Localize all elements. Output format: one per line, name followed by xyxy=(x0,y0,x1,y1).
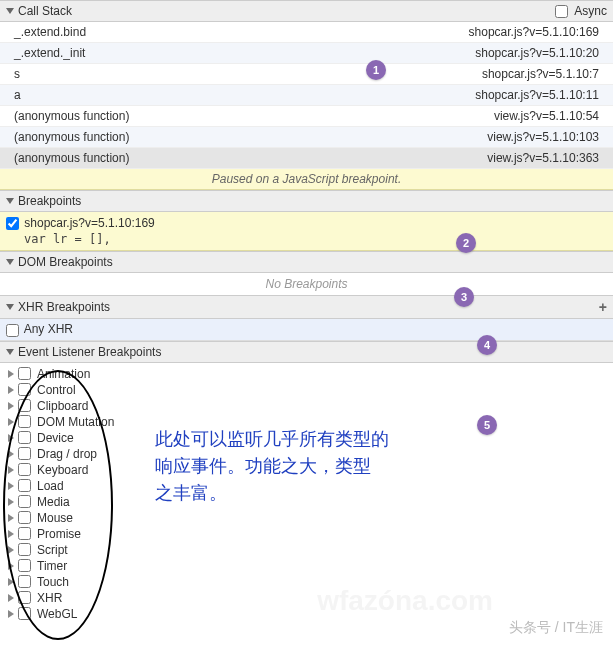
stack-frame-location: shopcar.js?v=5.1.10:169 xyxy=(469,25,599,39)
event-category[interactable]: Script xyxy=(0,542,613,558)
xhr-breakpoints-header[interactable]: XHR Breakpoints + xyxy=(0,295,613,319)
event-category-checkbox[interactable] xyxy=(18,575,31,588)
event-category-checkbox[interactable] xyxy=(18,559,31,572)
event-category-label: Control xyxy=(37,383,76,397)
annotation-bullet-3: 3 xyxy=(454,287,474,307)
event-category-checkbox[interactable] xyxy=(18,383,31,396)
event-category-checkbox[interactable] xyxy=(18,479,31,492)
breakpoints-header[interactable]: Breakpoints xyxy=(0,190,613,212)
event-category-label: XHR xyxy=(37,591,62,605)
breakpoint-item[interactable]: shopcar.js?v=5.1.10:169 var lr = [], xyxy=(0,212,613,251)
async-label: Async xyxy=(574,4,607,18)
dom-breakpoints-empty: No Breakpoints xyxy=(0,273,613,295)
event-category-label: Load xyxy=(37,479,64,493)
stack-frame-location: shopcar.js?v=5.1.10:7 xyxy=(482,67,599,81)
stack-frame-function: _.extend._init xyxy=(14,46,475,60)
stack-frame[interactable]: (anonymous function)view.js?v=5.1.10:103 xyxy=(0,127,613,148)
chevron-right-icon xyxy=(8,482,14,490)
stack-frame[interactable]: ashopcar.js?v=5.1.10:11 xyxy=(0,85,613,106)
event-category-checkbox[interactable] xyxy=(18,527,31,540)
annotation-text: 此处可以监听几乎所有类型的 响应事件。功能之大，类型 之丰富。 xyxy=(155,426,389,507)
event-category[interactable]: Clipboard xyxy=(0,398,613,414)
chevron-right-icon xyxy=(8,466,14,474)
event-category-label: Animation xyxy=(37,367,90,381)
event-listener-breakpoints-header[interactable]: Event Listener Breakpoints xyxy=(0,341,613,363)
event-category-label: Keyboard xyxy=(37,463,88,477)
any-xhr-checkbox[interactable] xyxy=(6,324,19,337)
chevron-right-icon xyxy=(8,546,14,554)
event-category-checkbox[interactable] xyxy=(18,591,31,604)
stack-frame-function: a xyxy=(14,88,475,102)
call-stack-title: Call Stack xyxy=(18,4,72,18)
chevron-right-icon xyxy=(8,578,14,586)
call-stack-header[interactable]: Call Stack Async xyxy=(0,0,613,22)
event-category-label: Mouse xyxy=(37,511,73,525)
annotation-bullet-5: 5 xyxy=(477,415,497,435)
event-category-checkbox[interactable] xyxy=(18,607,31,620)
dom-breakpoints-header[interactable]: DOM Breakpoints xyxy=(0,251,613,273)
breakpoint-file: shopcar.js?v=5.1.10:169 xyxy=(24,216,154,230)
event-category-checkbox[interactable] xyxy=(18,463,31,476)
chevron-down-icon xyxy=(6,304,14,310)
stack-frame-location: shopcar.js?v=5.1.10:20 xyxy=(475,46,599,60)
event-category-checkbox[interactable] xyxy=(18,447,31,460)
chevron-right-icon xyxy=(8,530,14,538)
stack-frame-function: (anonymous function) xyxy=(14,130,487,144)
chevron-right-icon xyxy=(8,562,14,570)
stack-frame[interactable]: sshopcar.js?v=5.1.10:7 xyxy=(0,64,613,85)
stack-frame-function: (anonymous function) xyxy=(14,151,487,165)
annotation-bullet-2: 2 xyxy=(456,233,476,253)
event-category-label: Promise xyxy=(37,527,81,541)
event-category-checkbox[interactable] xyxy=(18,367,31,380)
event-category-label: WebGL xyxy=(37,607,77,621)
breakpoint-checkbox[interactable] xyxy=(6,217,19,230)
paused-status: Paused on a JavaScript breakpoint. xyxy=(0,169,613,190)
xhr-breakpoints-title: XHR Breakpoints xyxy=(18,300,110,314)
event-category-checkbox[interactable] xyxy=(18,511,31,524)
event-category-checkbox[interactable] xyxy=(18,399,31,412)
stack-frame-location: view.js?v=5.1.10:103 xyxy=(487,130,599,144)
event-category[interactable]: Animation xyxy=(0,366,613,382)
event-listener-breakpoints-title: Event Listener Breakpoints xyxy=(18,345,161,359)
any-xhr-row[interactable]: Any XHR xyxy=(0,319,613,340)
annotation-bullet-1: 1 xyxy=(366,60,386,80)
chevron-down-icon xyxy=(6,349,14,355)
event-category[interactable]: Promise xyxy=(0,526,613,542)
stack-frame-location: view.js?v=5.1.10:54 xyxy=(494,109,599,123)
stack-frame-location: shopcar.js?v=5.1.10:11 xyxy=(475,88,599,102)
event-category-label: Media xyxy=(37,495,70,509)
event-category-label: Timer xyxy=(37,559,67,573)
event-category-checkbox[interactable] xyxy=(18,415,31,428)
chevron-right-icon xyxy=(8,594,14,602)
chevron-down-icon xyxy=(6,8,14,14)
chevron-right-icon xyxy=(8,370,14,378)
event-category[interactable]: Timer xyxy=(0,558,613,574)
event-category[interactable]: Touch xyxy=(0,574,613,590)
event-category[interactable]: Control xyxy=(0,382,613,398)
event-category-checkbox[interactable] xyxy=(18,431,31,444)
stack-frame[interactable]: (anonymous function)view.js?v=5.1.10:363 xyxy=(0,148,613,169)
stack-frame[interactable]: (anonymous function)view.js?v=5.1.10:54 xyxy=(0,106,613,127)
stack-frame[interactable]: _.extend.bindshopcar.js?v=5.1.10:169 xyxy=(0,22,613,43)
stack-frame-location: view.js?v=5.1.10:363 xyxy=(487,151,599,165)
watermark-faded: wfazóna.com xyxy=(317,585,493,617)
add-xhr-breakpoint-button[interactable]: + xyxy=(599,299,607,315)
breakpoint-code: var lr = [], xyxy=(24,232,607,246)
dom-breakpoints-title: DOM Breakpoints xyxy=(18,255,113,269)
async-checkbox[interactable] xyxy=(555,5,568,18)
chevron-right-icon xyxy=(8,610,14,618)
stack-frame-function: s xyxy=(14,67,482,81)
chevron-right-icon xyxy=(8,418,14,426)
stack-frame-function: _.extend.bind xyxy=(14,25,469,39)
call-stack-list: _.extend.bindshopcar.js?v=5.1.10:169_.ex… xyxy=(0,22,613,169)
event-category[interactable]: Mouse xyxy=(0,510,613,526)
stack-frame[interactable]: _.extend._initshopcar.js?v=5.1.10:20 xyxy=(0,43,613,64)
event-category[interactable]: XHR xyxy=(0,590,613,606)
any-xhr-label: Any XHR xyxy=(24,322,73,336)
event-category-label: Touch xyxy=(37,575,69,589)
event-category-checkbox[interactable] xyxy=(18,495,31,508)
chevron-down-icon xyxy=(6,198,14,204)
event-category-checkbox[interactable] xyxy=(18,543,31,556)
breakpoints-title: Breakpoints xyxy=(18,194,81,208)
watermark-text: 头条号 / IT生涯 xyxy=(509,619,603,637)
